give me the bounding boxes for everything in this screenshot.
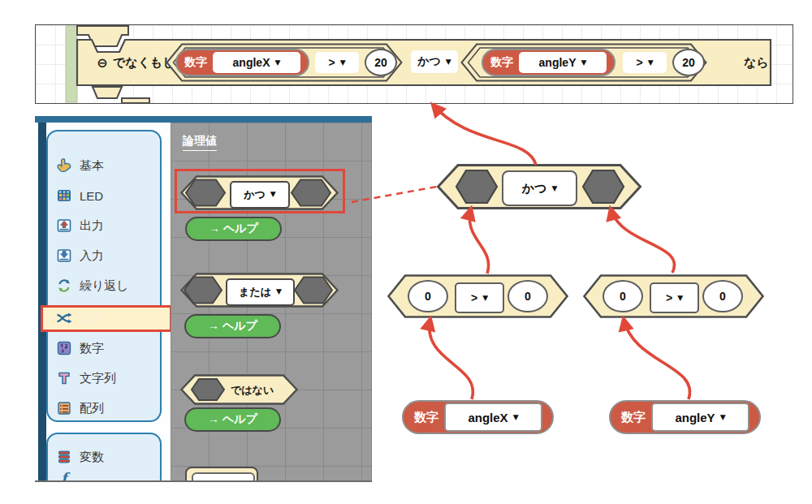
then-label: なら — [744, 52, 769, 73]
diagram-and-block[interactable]: かつ▼ — [437, 164, 641, 209]
collapse-icon[interactable]: ⊖ — [94, 54, 110, 71]
flyout-boolean-block-cut[interactable] — [185, 467, 258, 482]
download-icon — [56, 248, 72, 264]
and-or-dropdown[interactable]: または▼ — [226, 278, 295, 306]
chevron-down-icon: ▼ — [581, 59, 586, 67]
variables-icon — [56, 449, 72, 465]
number-value-field[interactable]: 0 — [408, 280, 448, 312]
variable-dropdown[interactable]: angleY▼ — [651, 403, 749, 432]
chevron-down-icon: ▼ — [482, 295, 488, 302]
workspace-top-bar — [35, 116, 372, 123]
toolbox-panel: 基本 LED 出力 入力 繰り返し — [35, 116, 372, 482]
chevron-down-icon: ▼ — [276, 288, 282, 295]
variable-dropdown[interactable]: angleX▼ — [444, 403, 542, 432]
sidebar-item-text[interactable]: 文字列 — [56, 367, 116, 390]
sidebar-item-logic[interactable]: 論理 — [56, 307, 104, 330]
number-value-field[interactable]: 20 — [672, 49, 705, 76]
logic-operator-dropdown[interactable]: かつ▼ — [411, 50, 458, 73]
sidebar-item-variables[interactable]: 変数 — [56, 446, 104, 468]
workspace-strip: ⊖ でなくもし 数字 angleX▼ >▼ 20 かつ▼ — [35, 24, 793, 104]
and-or-dropdown[interactable]: かつ▼ — [230, 181, 290, 209]
flyout-heading: 論理値 — [183, 134, 217, 151]
arrow-angley-to-comparison — [624, 319, 690, 399]
chevron-down-icon: ▼ — [446, 58, 451, 66]
number-sensor-block[interactable]: 数字 angleX▼ — [175, 49, 309, 76]
flyout-not-block[interactable]: ではない — [180, 374, 298, 405]
tutorial-page: ⊖ でなくもし 数字 angleX▼ >▼ 20 かつ▼ — [0, 0, 812, 504]
diagram-number-block-anglex[interactable]: 数字 angleX▼ — [402, 400, 554, 434]
operator-dropdown[interactable]: >▼ — [650, 282, 699, 313]
sidebar-item-arrays[interactable]: 配列 — [56, 397, 104, 420]
sidebar-item-loops[interactable]: 繰り返し — [56, 274, 129, 297]
operator-dropdown[interactable]: >▼ — [455, 282, 504, 313]
help-button[interactable]: → ヘルプ — [184, 314, 281, 338]
arrow-left-comparison-to-and — [469, 209, 488, 274]
chevron-down-icon: ▼ — [720, 414, 726, 421]
operator-dropdown[interactable]: >▼ — [623, 52, 667, 73]
flyout-or-block[interactable]: または▼ — [180, 273, 339, 308]
toolbox-left-edge — [38, 123, 46, 480]
operator-dropdown[interactable]: >▼ — [315, 52, 359, 73]
diagram-comparison-block-left[interactable]: 0 >▼ 0 — [387, 274, 568, 318]
text-icon — [56, 370, 72, 386]
sidebar-item-led[interactable]: LED — [56, 184, 103, 207]
array-icon — [56, 400, 72, 416]
sidebar-item-output[interactable]: 出力 — [56, 214, 104, 237]
sidebar-item-input[interactable]: 入力 — [56, 244, 104, 267]
sidebar-item-numbers[interactable]: 数字 — [56, 337, 104, 360]
number-sensor-block[interactable]: 数字 angleY▼ — [482, 49, 615, 76]
function-icon: ƒ — [56, 470, 72, 482]
number-value-field[interactable]: 0 — [702, 280, 743, 312]
diagram-comparison-block-right[interactable]: 0 >▼ 0 — [583, 274, 764, 318]
number-value-field[interactable]: 0 — [603, 280, 643, 312]
loop-icon — [56, 278, 72, 294]
numbers-icon — [56, 340, 72, 356]
arrow-right-comparison-to-and — [611, 209, 675, 273]
chevron-down-icon: ▼ — [340, 59, 346, 67]
chevron-down-icon: ▼ — [648, 59, 654, 67]
chevron-down-icon: ▼ — [677, 295, 683, 302]
number-value-field[interactable]: 0 — [508, 280, 548, 312]
boolean-slot-left: 数字 angleX▼ >▼ 20 — [166, 43, 403, 82]
boolean-slot-right: 数字 angleY▼ >▼ 20 — [460, 43, 707, 82]
shuffle-icon — [56, 310, 72, 326]
variable-dropdown[interactable]: angleX▼ — [213, 52, 300, 73]
help-button[interactable]: → ヘルプ — [185, 217, 282, 241]
help-button[interactable]: → ヘルプ — [184, 407, 281, 432]
and-or-dropdown[interactable]: かつ▼ — [502, 170, 577, 206]
sidebar-item-functions[interactable]: ƒ — [56, 467, 80, 482]
number-value-field[interactable]: 20 — [365, 49, 397, 76]
diagram-number-block-angley[interactable]: 数字 angleY▼ — [609, 400, 761, 434]
chevron-down-icon: ▼ — [513, 414, 519, 421]
hand-icon — [56, 157, 72, 174]
flyout-and-block[interactable]: かつ▼ — [180, 175, 339, 210]
arrow-to-strip — [433, 105, 536, 165]
variable-dropdown[interactable]: angleY▼ — [519, 52, 607, 73]
arrow-anglex-to-comparison — [430, 319, 473, 399]
chevron-down-icon: ▼ — [551, 185, 557, 192]
chevron-down-icon: ▼ — [270, 191, 276, 198]
not-block-label: ではない — [231, 383, 274, 398]
chevron-down-icon: ▼ — [274, 59, 280, 67]
led-grid-icon — [56, 187, 72, 204]
sidebar-item-basic[interactable]: 基本 — [56, 154, 104, 177]
upload-icon — [56, 218, 72, 234]
